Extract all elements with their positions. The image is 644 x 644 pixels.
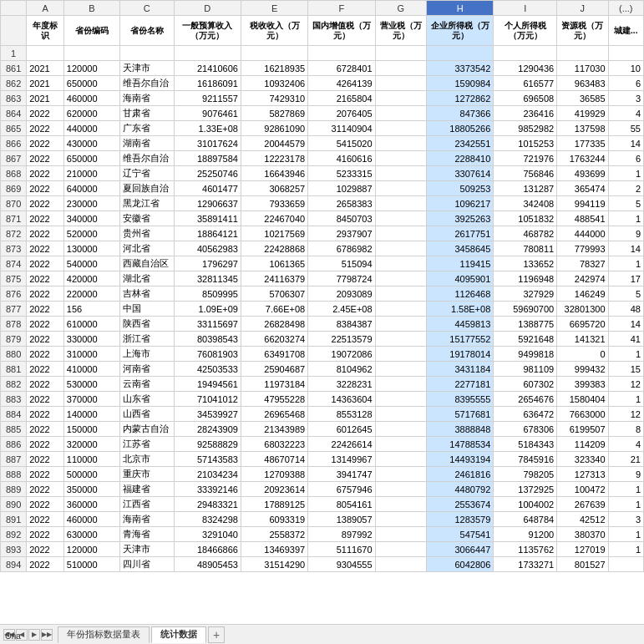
cell[interactable]: 650000	[63, 151, 119, 166]
cell[interactable]: 1135762	[494, 542, 557, 557]
cell[interactable]: 2277181	[426, 377, 493, 392]
cell[interactable]: 210000	[63, 166, 119, 181]
cell[interactable]: 2022	[27, 302, 64, 317]
cell[interactable]: 2093089	[308, 287, 375, 302]
cell[interactable]: 696508	[494, 91, 557, 106]
cell[interactable]	[375, 482, 426, 497]
cell[interactable]: 9499818	[494, 347, 557, 362]
col-J[interactable]: J	[557, 1, 608, 16]
cell[interactable]: 2342551	[426, 136, 493, 151]
cell[interactable]: 31514290	[241, 557, 307, 572]
table-row[interactable]: 8782022610000陕西省331156972682849883843874…	[1, 317, 644, 332]
cell[interactable]: 2022	[27, 437, 64, 452]
cell[interactable]: 维吾尔自治	[119, 76, 174, 91]
table-row[interactable]: 8772022156中国1.09E+097.66E+082.45E+081.58…	[1, 302, 644, 317]
cell[interactable]	[375, 151, 426, 166]
cell[interactable]: 2022	[27, 407, 64, 422]
cell[interactable]: 100472	[557, 482, 608, 497]
cell[interactable]: 29483321	[174, 497, 241, 512]
cell[interactable]: 1096217	[426, 196, 493, 211]
cell[interactable]: 40562983	[174, 241, 241, 256]
col-H[interactable]: H	[426, 1, 493, 16]
table-row[interactable]: 8812022410000河南省425035332590468781049623…	[1, 362, 644, 377]
cell[interactable]: 14788534	[426, 437, 493, 452]
cell[interactable]: 14	[608, 241, 643, 256]
cell[interactable]: 25904687	[241, 362, 307, 377]
cell[interactable]	[174, 46, 241, 61]
col-B[interactable]: B	[63, 1, 119, 16]
cell[interactable]: 780811	[494, 241, 557, 256]
cell[interactable]: 540000	[63, 256, 119, 271]
cell[interactable]: 2021	[27, 76, 64, 91]
cell[interactable]: 146249	[557, 287, 608, 302]
cell[interactable]	[608, 557, 643, 572]
cell[interactable]: 16643946	[241, 166, 307, 181]
add-sheet-button[interactable]: +	[208, 626, 225, 643]
cell[interactable]: 2022	[27, 241, 64, 256]
cell[interactable]	[63, 46, 119, 61]
cell[interactable]: 贵州省	[119, 226, 174, 241]
nav-last[interactable]: ▶▶	[41, 629, 53, 641]
cell[interactable]: 26965468	[241, 407, 307, 422]
cell[interactable]: 365474	[557, 181, 608, 196]
cell[interactable]: 55	[608, 121, 643, 136]
cell[interactable]: 4480792	[426, 482, 493, 497]
cell[interactable]: 3066447	[426, 542, 493, 557]
cell[interactable]: 12	[608, 377, 643, 392]
cell[interactable]: 9211557	[174, 91, 241, 106]
cell[interactable]: 141321	[557, 332, 608, 347]
cell[interactable]: 42512	[557, 512, 608, 527]
cell[interactable]: 5	[608, 287, 643, 302]
cell[interactable]: 12223178	[241, 151, 307, 166]
cell[interactable]: 1051832	[494, 211, 557, 226]
cell[interactable]: 8	[608, 422, 643, 437]
cell[interactable]	[375, 106, 426, 121]
cell[interactable]: 63491708	[241, 347, 307, 362]
cell[interactable]: 2022	[27, 527, 64, 542]
cell[interactable]: 20923614	[241, 482, 307, 497]
cell[interactable]	[375, 211, 426, 226]
table-row[interactable]: 8642022620000甘肃省907646158278692076405847…	[1, 106, 644, 121]
cell[interactable]: 青海省	[119, 527, 174, 542]
cell[interactable]: 650000	[63, 76, 119, 91]
cell[interactable]: 22426614	[308, 437, 375, 452]
cell[interactable]: 9304555	[308, 557, 375, 572]
cell[interactable]: 35891411	[174, 211, 241, 226]
cell[interactable]	[375, 317, 426, 332]
cell[interactable]: 48905453	[174, 557, 241, 572]
cell[interactable]: 14	[608, 136, 643, 151]
cell[interactable]	[375, 91, 426, 106]
table-row[interactable]: 8692022640000夏回族自治4601477306825710298875…	[1, 181, 644, 196]
cell[interactable]	[375, 467, 426, 482]
cell[interactable]: 92861090	[241, 121, 307, 136]
cell[interactable]: 6093319	[241, 512, 307, 527]
cell[interactable]: 2553674	[426, 497, 493, 512]
cell[interactable]: 1389057	[308, 512, 375, 527]
cell[interactable]	[375, 527, 426, 542]
cell[interactable]: 2021	[27, 61, 64, 76]
cell[interactable]: 2022	[27, 317, 64, 332]
cell[interactable]: 468782	[494, 226, 557, 241]
cell[interactable]: 河南省	[119, 362, 174, 377]
cell[interactable]: 11973184	[241, 377, 307, 392]
cell[interactable]: 10	[608, 61, 643, 76]
cell[interactable]	[375, 332, 426, 347]
cell[interactable]: 515094	[308, 256, 375, 271]
cell[interactable]: 547541	[426, 527, 493, 542]
cell[interactable]: 42503533	[174, 362, 241, 377]
cell[interactable]: 779993	[557, 241, 608, 256]
cell[interactable]: 41	[608, 332, 643, 347]
table-row[interactable]: 8842022140000山西省345399272696546885531285…	[1, 407, 644, 422]
cell[interactable]: 242974	[557, 271, 608, 287]
cell[interactable]	[375, 392, 426, 407]
col-G[interactable]: G	[375, 1, 426, 16]
cell[interactable]: 21410606	[174, 61, 241, 76]
cell[interactable]: 1372925	[494, 482, 557, 497]
table-row[interactable]: 8852022150000内蒙古自治2824390921343989601264…	[1, 422, 644, 437]
cell[interactable]: 1	[608, 211, 643, 226]
table-row[interactable]: 8932022120000天津市184668661346939751116703…	[1, 542, 644, 557]
cell[interactable]: 24116379	[241, 271, 307, 287]
cell[interactable]: 34539927	[174, 407, 241, 422]
cell[interactable]: 2022	[27, 181, 64, 196]
cell[interactable]: 1	[608, 482, 643, 497]
